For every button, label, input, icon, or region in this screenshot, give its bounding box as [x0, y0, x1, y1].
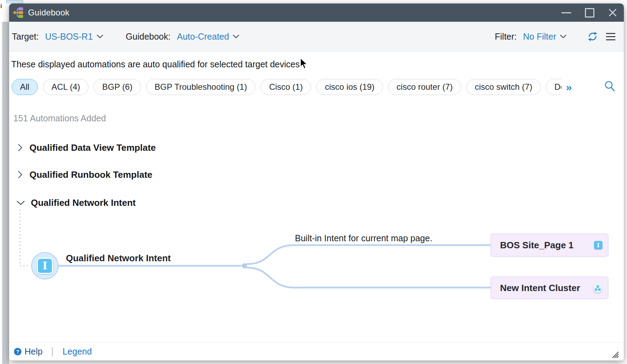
- filter-chip-cisco-router[interactable]: cisco router (7): [388, 79, 461, 95]
- root-intent-node[interactable]: I: [31, 252, 59, 279]
- resize-handle[interactable]: [610, 349, 619, 358]
- desktop-background-fragment: [6, 0, 23, 4]
- intent-badge-icon: I: [594, 241, 602, 249]
- node-bos-site-page-1[interactable]: BOS Site_Page 1 I: [491, 234, 608, 257]
- desktop-background-strip: [2, 22, 9, 364]
- root-intent-label: Qualified Network Intent: [66, 253, 171, 264]
- chevron-down-icon: [96, 34, 103, 39]
- chips-overflow-button[interactable]: »: [566, 80, 572, 95]
- branch-caption: Built-in Intent for current map page.: [295, 233, 432, 243]
- chevron-down-icon: [560, 34, 567, 39]
- titlebar[interactable]: Guidebook: [9, 4, 624, 22]
- filter-chip-acl[interactable]: ACL (4): [43, 79, 89, 95]
- section-qualified-runbook-template[interactable]: Qualified Runbook Template: [16, 169, 153, 181]
- intent-badge-icon: I: [37, 258, 53, 274]
- help-link[interactable]: ? Help: [14, 346, 42, 357]
- section-qualified-data-view-template[interactable]: Qualified Data View Template: [16, 142, 156, 154]
- minimize-button[interactable]: [561, 8, 571, 18]
- info-banner: These displayed automations are auto qua…: [11, 59, 300, 69]
- refresh-button[interactable]: [587, 31, 598, 42]
- node-new-intent-cluster[interactable]: New Intent Cluster: [491, 277, 608, 299]
- menu-button[interactable]: [606, 33, 615, 40]
- search-icon: [604, 80, 616, 92]
- guidebook-value: Auto-Created: [177, 32, 229, 42]
- window-title: Guidebook: [28, 8, 69, 18]
- chevron-right-icon: [16, 143, 24, 152]
- filter-chip-cisco-ios[interactable]: cisco ios (19): [316, 79, 383, 95]
- filter-chip-densemo[interactable]: DenseMo: [546, 79, 561, 95]
- footer-bar: ? Help Legend: [9, 342, 624, 360]
- chevron-right-icon: [16, 170, 24, 179]
- target-value: US-BOS-R1: [45, 32, 93, 42]
- hamburger-icon: [606, 33, 615, 34]
- guidebook-window: Guidebook Target: US-BOS-R1 Guidebook: A…: [9, 4, 624, 360]
- footer-divider: [52, 347, 53, 356]
- guidebook-app-icon: [13, 6, 25, 19]
- minimize-icon: [561, 12, 571, 13]
- guidebook-label: Guidebook:: [126, 32, 171, 42]
- close-icon: [608, 8, 617, 17]
- filter-chips-row: All ACL (4) BGP (6) BGP Troubleshooting …: [12, 79, 561, 96]
- close-button[interactable]: [608, 8, 618, 18]
- main-panel: These displayed automations are auto qua…: [9, 52, 624, 342]
- filter-value: No Filter: [523, 32, 556, 42]
- filter-chip-bgp[interactable]: BGP (6): [94, 79, 141, 95]
- desktop-background-text: i: [0, 3, 2, 10]
- target-label: Target:: [12, 32, 39, 42]
- mouse-cursor: [300, 58, 309, 69]
- filter-label: Filter:: [495, 32, 517, 42]
- filter-chip-cisco-switch[interactable]: cisco switch (7): [466, 79, 541, 95]
- toolbar: Target: US-BOS-R1 Guidebook: Auto-Create…: [9, 22, 624, 52]
- chevron-down-icon: [232, 34, 240, 39]
- filter-dropdown[interactable]: Filter: No Filter: [495, 32, 567, 42]
- section-qualified-network-intent[interactable]: Qualified Network Intent: [16, 197, 136, 209]
- filter-chip-bgp-troubleshooting[interactable]: BGP Troubleshooting (1): [146, 79, 256, 95]
- maximize-icon: [585, 8, 594, 18]
- legend-link[interactable]: Legend: [62, 346, 92, 357]
- filter-chip-all[interactable]: All: [12, 79, 38, 95]
- search-button[interactable]: [604, 80, 616, 94]
- refresh-icon: [587, 31, 598, 42]
- help-icon: ?: [14, 348, 21, 355]
- chevron-down-icon: [16, 198, 25, 207]
- target-dropdown[interactable]: Target: US-BOS-R1: [12, 32, 103, 42]
- guidebook-dropdown[interactable]: Guidebook: Auto-Created: [126, 32, 240, 42]
- cluster-badge-icon: [593, 283, 602, 293]
- filter-chip-cisco[interactable]: Cisco (1): [261, 79, 311, 95]
- maximize-button[interactable]: [585, 8, 594, 18]
- automations-count: 151 Automations Added: [13, 113, 106, 123]
